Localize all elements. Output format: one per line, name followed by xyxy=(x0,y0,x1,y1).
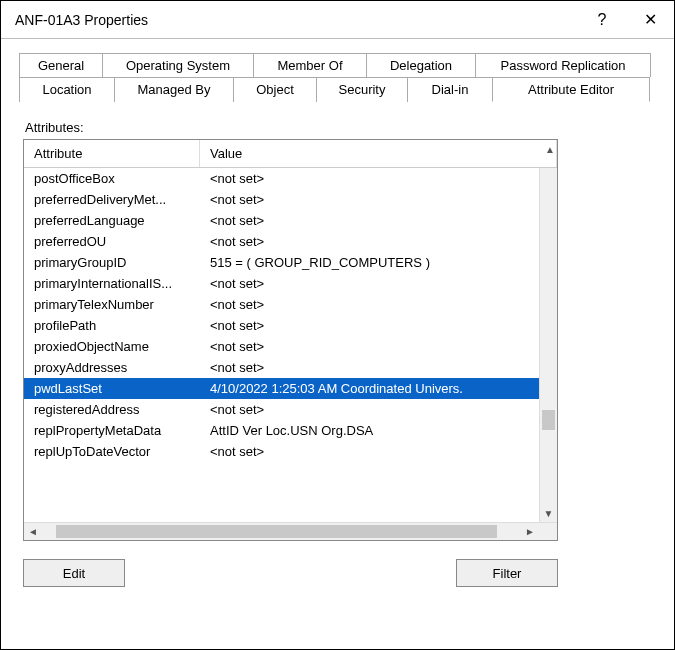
table-row[interactable]: preferredOU<not set> xyxy=(24,231,557,252)
table-row[interactable]: preferredDeliveryMet...<not set> xyxy=(24,189,557,210)
value-cell: 4/10/2022 1:25:03 AM Coordinated Univers… xyxy=(210,381,557,396)
tab-operating-system[interactable]: Operating System xyxy=(102,53,254,77)
filter-button[interactable]: Filter xyxy=(456,559,558,587)
attr-cell: replUpToDateVector xyxy=(34,444,210,459)
value-cell: <not set> xyxy=(210,171,557,186)
tab-security[interactable]: Security xyxy=(316,77,408,102)
attr-cell: pwdLastSet xyxy=(34,381,210,396)
value-cell: AttID Ver Loc.USN Org.DSA xyxy=(210,423,557,438)
column-header-attribute[interactable]: Attribute xyxy=(24,140,200,167)
table-row[interactable]: registeredAddress<not set> xyxy=(24,399,557,420)
value-cell: <not set> xyxy=(210,234,557,249)
attr-cell: preferredDeliveryMet... xyxy=(34,192,210,207)
table-row[interactable]: proxyAddresses<not set> xyxy=(24,357,557,378)
value-cell: <not set> xyxy=(210,213,557,228)
value-cell: <not set> xyxy=(210,339,557,354)
attr-cell: replPropertyMetaData xyxy=(34,423,210,438)
attr-cell: preferredOU xyxy=(34,234,210,249)
table-row[interactable]: replUpToDateVector<not set> xyxy=(24,441,557,462)
help-button[interactable]: ? xyxy=(578,11,626,29)
value-cell: <not set> xyxy=(210,276,557,291)
table-row[interactable]: primaryGroupID515 = ( GROUP_RID_COMPUTER… xyxy=(24,252,557,273)
scrollbar-thumb[interactable] xyxy=(542,410,555,430)
attr-cell: proxiedObjectName xyxy=(34,339,210,354)
list-header: Attribute Value ▲ xyxy=(24,140,557,168)
tab-password-replication[interactable]: Password Replication xyxy=(475,53,651,77)
value-cell: <not set> xyxy=(210,402,557,417)
horizontal-scrollbar[interactable]: ◄ ► xyxy=(24,522,557,540)
table-row[interactable]: primaryTelexNumber<not set> xyxy=(24,294,557,315)
attr-cell: registeredAddress xyxy=(34,402,210,417)
tab-attribute-editor[interactable]: Attribute Editor xyxy=(492,77,650,102)
table-row[interactable]: replPropertyMetaData AttID Ver Loc.USN O… xyxy=(24,420,557,441)
attr-cell: postOfficeBox xyxy=(34,171,210,186)
window-title: ANF-01A3 Properties xyxy=(15,12,578,28)
column-header-value[interactable]: Value xyxy=(200,140,557,167)
value-cell: <not set> xyxy=(210,297,557,312)
dialog-content: General Operating System Member Of Deleg… xyxy=(1,39,674,605)
scroll-down-icon[interactable]: ▼ xyxy=(540,504,557,522)
attr-cell: primaryTelexNumber xyxy=(34,297,210,312)
tab-member-of[interactable]: Member Of xyxy=(253,53,367,77)
attr-cell: primaryGroupID xyxy=(34,255,210,270)
vertical-scrollbar[interactable]: ▼ xyxy=(539,168,557,522)
value-cell: <not set> xyxy=(210,444,557,459)
tab-managed-by[interactable]: Managed By xyxy=(114,77,234,102)
hscrollbar-thumb[interactable] xyxy=(56,525,497,538)
button-row: Edit Filter xyxy=(23,559,558,587)
tab-strip: General Operating System Member Of Deleg… xyxy=(19,53,656,102)
edit-button[interactable]: Edit xyxy=(23,559,125,587)
value-cell: <not set> xyxy=(210,318,557,333)
attr-cell: preferredLanguage xyxy=(34,213,210,228)
tab-location[interactable]: Location xyxy=(19,77,115,102)
value-cell: <not set> xyxy=(210,360,557,375)
scroll-right-icon[interactable]: ► xyxy=(521,526,539,537)
table-row[interactable]: proxiedObjectName<not set> xyxy=(24,336,557,357)
scroll-up-icon[interactable]: ▲ xyxy=(545,144,555,155)
scroll-left-icon[interactable]: ◄ xyxy=(24,526,42,537)
close-button[interactable]: ✕ xyxy=(626,10,674,29)
attributes-listbox[interactable]: Attribute Value ▲ postOfficeBox<not set>… xyxy=(23,139,558,541)
tab-delegation[interactable]: Delegation xyxy=(366,53,476,77)
attr-cell: primaryInternationalIS... xyxy=(34,276,210,291)
table-row[interactable]: postOfficeBox<not set> xyxy=(24,168,557,189)
table-row[interactable]: profilePath<not set> xyxy=(24,315,557,336)
list-body: postOfficeBox<not set>preferredDeliveryM… xyxy=(24,168,557,522)
tab-general[interactable]: General xyxy=(19,53,103,77)
tab-object[interactable]: Object xyxy=(233,77,317,102)
value-cell: <not set> xyxy=(210,192,557,207)
table-row[interactable]: pwdLastSet4/10/2022 1:25:03 AM Coordinat… xyxy=(24,378,557,399)
table-row[interactable]: primaryInternationalIS...<not set> xyxy=(24,273,557,294)
table-row[interactable]: preferredLanguage<not set> xyxy=(24,210,557,231)
attributes-label: Attributes: xyxy=(25,120,656,135)
attr-cell: proxyAddresses xyxy=(34,360,210,375)
attr-cell: profilePath xyxy=(34,318,210,333)
tab-dial-in[interactable]: Dial-in xyxy=(407,77,493,102)
value-cell: 515 = ( GROUP_RID_COMPUTERS ) xyxy=(210,255,557,270)
titlebar: ANF-01A3 Properties ? ✕ xyxy=(1,1,674,39)
